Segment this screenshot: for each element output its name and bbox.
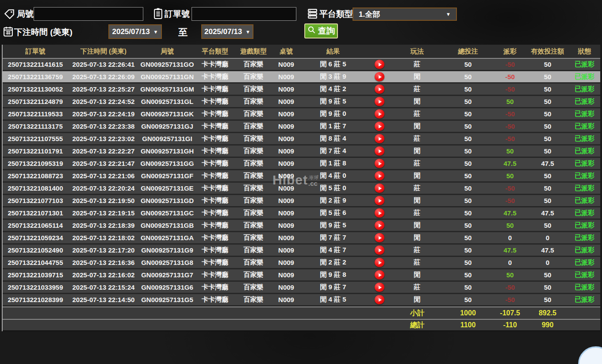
replay-button[interactable]	[375, 84, 384, 94]
cell-replay	[366, 170, 393, 181]
cell-game-type: 百家樂	[234, 183, 272, 194]
replay-button[interactable]	[375, 258, 384, 267]
floating-widget-button[interactable]	[578, 346, 602, 364]
replay-button[interactable]	[375, 146, 384, 156]
cell-table-no: N009	[272, 108, 300, 119]
cell-bet-type: 莊	[393, 207, 441, 218]
replay-button[interactable]	[375, 295, 384, 304]
cell-round-no: GN009257131GL	[139, 96, 196, 107]
status-badge: 已派彩	[570, 59, 599, 70]
table-row[interactable]: 250713221113175 2025-07-13 22:23:38 GN00…	[3, 121, 600, 133]
table-row[interactable]: 250713221141615 2025-07-13 22:26:41 GN00…	[3, 59, 600, 71]
replay-button[interactable]	[375, 233, 384, 242]
cell-bet-type: 閒	[393, 195, 441, 206]
cell-order-no: 250713221095319	[3, 158, 68, 169]
cell-order-no: 250713221081400	[3, 183, 68, 194]
status-badge: 已派彩	[570, 71, 599, 82]
cell-result: 閒 8 莊 4	[300, 133, 366, 144]
chevron-down-icon: ▼	[446, 11, 451, 17]
platform-type-select[interactable]: 1.全部 ▼	[353, 8, 457, 21]
replay-button[interactable]	[375, 184, 384, 193]
platform-type-value: 1.全部	[359, 9, 380, 19]
cell-bet-time: 2025-07-13 22:21:47	[68, 158, 139, 169]
date-to-picker[interactable]: 2025/07/13 ▼	[201, 24, 253, 39]
replay-button[interactable]	[375, 245, 384, 255]
table-row[interactable]: 250713221065114 2025-07-13 22:18:39 GN00…	[3, 220, 600, 232]
replay-button[interactable]	[375, 171, 384, 180]
cell-total-bet: 50	[441, 207, 495, 218]
cell-valid-bet: 47.5	[525, 207, 570, 218]
grand-total-row: 總計 1100 -110 990	[3, 319, 600, 331]
replay-button[interactable]	[375, 221, 384, 230]
cell-round-no: GN009257131GA	[139, 232, 196, 243]
table-row[interactable]: 250713221101791 2025-07-13 22:22:27 GN00…	[3, 146, 600, 158]
replay-button[interactable]	[375, 270, 384, 280]
replay-button[interactable]	[375, 196, 384, 205]
cell-result: 閒 6 莊 5	[300, 59, 366, 70]
replay-button[interactable]	[375, 109, 384, 119]
table-row[interactable]: 250713221077103 2025-07-13 22:19:50 GN00…	[3, 195, 600, 207]
cell-bet-type: 閒	[393, 269, 441, 280]
date-from-picker[interactable]: 2025/07/13 ▼	[108, 24, 162, 39]
cell-table-no: N009	[272, 133, 300, 144]
cell-round-no: GN009257131G9	[139, 245, 196, 256]
table-row[interactable]: 250713221136759 2025-07-13 22:26:09 GN00…	[3, 71, 600, 84]
replay-button[interactable]	[375, 97, 384, 106]
table-row[interactable]: 250713221124879 2025-07-13 22:24:52 GN00…	[3, 96, 600, 108]
cell-platform: 卡卡灣廳	[196, 232, 234, 243]
table-row[interactable]: 250713221081400 2025-07-13 22:20:24 GN00…	[3, 183, 600, 195]
table-row[interactable]: 250713221039715 2025-07-13 22:16:02 GN00…	[3, 269, 600, 282]
table-row[interactable]: 250713221088723 2025-07-13 22:21:06 GN00…	[3, 170, 600, 183]
table-row[interactable]: 250713221107555 2025-07-13 22:23:02 GN00…	[3, 133, 600, 146]
replay-button[interactable]	[375, 208, 384, 218]
replay-button[interactable]	[375, 60, 384, 69]
cell-payout: -50	[495, 294, 525, 305]
cell-result: 閒 2 莊 2	[300, 257, 366, 268]
cell-round-no: GN009257131GB	[139, 220, 196, 231]
order-no-input[interactable]	[192, 7, 296, 21]
cell-game-type: 百家樂	[234, 108, 272, 119]
cell-order-no: 250713221107555	[3, 133, 68, 144]
subtotal-label: 小計	[393, 307, 441, 319]
cell-payout: 50	[495, 269, 525, 280]
table-row[interactable]: 250713221052490 2025-07-13 22:17:20 GN00…	[3, 245, 600, 257]
cell-bet-type: 閒	[393, 232, 441, 243]
play-icon	[379, 261, 382, 264]
round-no-input[interactable]	[34, 7, 143, 21]
table-row[interactable]: 250713221033959 2025-07-13 22:15:24 GN00…	[3, 282, 600, 294]
cell-order-no: 250713221059234	[3, 232, 68, 243]
cell-result: 閒 3 莊 9	[300, 71, 366, 82]
replay-button[interactable]	[375, 122, 384, 131]
cell-valid-bet: 50	[525, 195, 570, 206]
cell-platform: 卡卡灣廳	[196, 146, 234, 157]
table-row[interactable]: 250713221095319 2025-07-13 22:21:47 GN00…	[3, 158, 600, 170]
table-row[interactable]: 250713221044755 2025-07-13 22:16:36 GN00…	[3, 257, 600, 269]
search-button[interactable]: 查詢	[304, 23, 338, 38]
cell-game-type: 百家樂	[234, 96, 272, 107]
cell-order-no: 250713221119533	[3, 108, 68, 119]
replay-button[interactable]	[375, 159, 384, 168]
table-row[interactable]: 250713221028399 2025-07-13 22:14:50 GN00…	[3, 294, 600, 307]
cell-total-bet: 50	[441, 195, 495, 206]
platform-type-label: 平台類型	[319, 8, 353, 20]
subtotal-spacer	[3, 307, 393, 319]
table-row[interactable]: 250713221059234 2025-07-13 22:18:02 GN00…	[3, 232, 600, 245]
table-row[interactable]: 250713221119533 2025-07-13 22:24:19 GN00…	[3, 108, 600, 121]
cell-result: 閒 4 莊 2	[300, 84, 366, 95]
cell-game-type: 百家樂	[234, 245, 272, 256]
table-row[interactable]: 250713221071301 2025-07-13 22:19:15 GN00…	[3, 207, 600, 220]
cell-valid-bet: 50	[525, 183, 570, 194]
table-row[interactable]: 250713221130052 2025-07-13 22:25:27 GN00…	[3, 84, 600, 96]
replay-button[interactable]	[375, 72, 384, 81]
cell-game-type: 百家樂	[234, 294, 272, 305]
cell-replay	[366, 232, 393, 243]
play-icon	[379, 187, 382, 190]
cell-table-no: N009	[272, 294, 300, 305]
cell-result: 閒 1 莊 7	[300, 121, 366, 132]
cell-game-type: 百家樂	[234, 158, 272, 169]
subtotal-total-bet: 1000	[441, 307, 495, 319]
cell-table-no: N009	[272, 183, 300, 194]
replay-button[interactable]	[375, 134, 384, 143]
replay-button[interactable]	[375, 283, 384, 292]
cell-result: 閒 9 莊 5	[300, 96, 366, 107]
